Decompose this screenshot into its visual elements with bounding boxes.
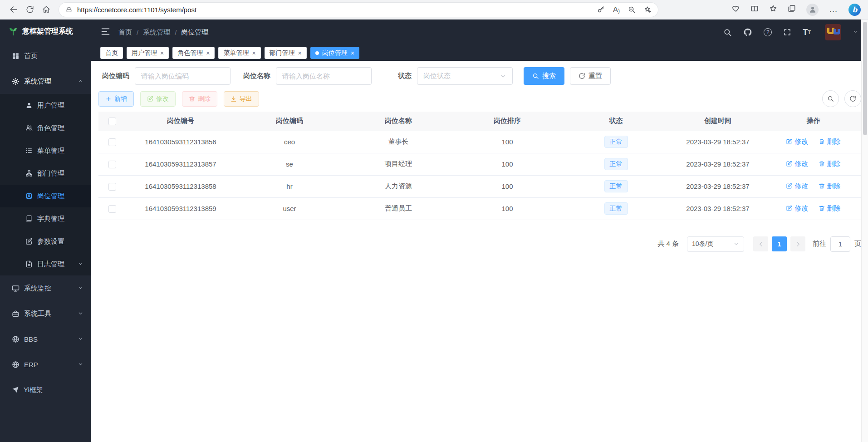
sidebar-item-system-tools[interactable]: 系统工具 (0, 301, 91, 326)
cell-post-name: 董事长 (344, 131, 453, 153)
table-row: 1641030593112313858 hr 人力资源 100 正常 2023-… (98, 175, 861, 197)
status-badge: 正常 (604, 180, 628, 192)
select-all-checkbox[interactable] (108, 118, 116, 125)
page-scrollbar[interactable] (861, 20, 868, 442)
favorite-add-star-icon[interactable] (644, 6, 652, 14)
tab-label: 用户管理 (132, 49, 157, 57)
fullscreen-icon[interactable] (783, 28, 791, 36)
sidebar-item-user-management[interactable]: 用户管理 (0, 94, 91, 117)
post-name-label: 岗位名称 (240, 72, 270, 80)
collections-icon[interactable] (788, 5, 796, 15)
sidebar-item-menu-management[interactable]: 菜单管理 (0, 139, 91, 162)
header-search-icon[interactable] (723, 28, 732, 37)
post-code-input[interactable] (135, 67, 230, 85)
edit-button[interactable]: 修改 (140, 91, 176, 107)
next-page-button[interactable] (790, 236, 805, 251)
post-code-label: 岗位编码 (98, 72, 129, 80)
sidebar-item-bbs[interactable]: BBS (0, 326, 91, 352)
search-button[interactable]: 搜索 (524, 67, 564, 85)
row-checkbox[interactable] (108, 183, 116, 191)
tab-close-icon[interactable]: × (206, 50, 210, 56)
row-edit-link[interactable]: 修改 (786, 160, 808, 168)
page-number-1[interactable]: 1 (772, 236, 787, 251)
sidebar-item-post-management[interactable]: 岗位管理 (0, 185, 91, 207)
page-size-select[interactable]: 10条/页 (687, 236, 744, 252)
chevron-down-icon (733, 241, 739, 247)
address-bar[interactable]: https://ccnetcore.com:1101/system/post A… (59, 3, 658, 17)
row-edit-link[interactable]: 修改 (786, 204, 808, 213)
row-delete-link[interactable]: 删除 (819, 160, 841, 168)
prev-page-button[interactable] (753, 236, 768, 251)
font-size-icon[interactable]: TT (803, 28, 811, 36)
row-checkbox[interactable] (108, 205, 116, 213)
refresh-button[interactable] (22, 2, 38, 17)
row-delete-link[interactable]: 删除 (819, 182, 841, 191)
row-delete-link[interactable]: 删除 (819, 138, 841, 146)
cell-post-id: 1641030593112313857 (126, 153, 235, 175)
sidebar-item-dictionary-management[interactable]: 字典管理 (0, 207, 91, 230)
profile-avatar[interactable] (806, 4, 819, 16)
goto-page-input[interactable] (830, 236, 850, 252)
status-select[interactable]: 岗位状态 (417, 67, 513, 85)
tab-close-icon[interactable]: × (252, 50, 255, 56)
show-search-toggle-button[interactable] (822, 90, 839, 107)
settings-menu-icon[interactable]: … (829, 5, 838, 15)
tab-close-icon[interactable]: × (160, 50, 164, 56)
cell-post-name: 项目经理 (344, 153, 453, 175)
user-avatar[interactable] (825, 24, 841, 40)
help-icon[interactable]: ? (764, 28, 772, 36)
sidebar-item-role-management[interactable]: 角色管理 (0, 117, 91, 139)
tab-close-icon[interactable]: × (298, 50, 302, 56)
site-info-lock-icon[interactable] (65, 6, 73, 13)
read-aloud-icon[interactable]: A) (613, 6, 620, 14)
bing-copilot-icon[interactable]: b (848, 4, 861, 16)
tab-post-management[interactable]: 岗位管理 × (310, 47, 359, 59)
tab-home[interactable]: 首页 (100, 47, 123, 59)
tab-role-management[interactable]: 角色管理 × (172, 47, 215, 59)
column-actions: 操作 (765, 112, 861, 131)
export-button[interactable]: 导出 (224, 91, 259, 107)
tab-user-management[interactable]: 用户管理 × (127, 47, 169, 59)
row-checkbox[interactable] (108, 138, 116, 146)
avatar-caret-down-icon[interactable] (853, 28, 858, 36)
add-button[interactable]: 新增 (98, 91, 134, 107)
tab-menu-management[interactable]: 菜单管理 × (218, 47, 260, 59)
back-button[interactable] (5, 2, 22, 17)
reset-refresh-icon (579, 73, 585, 79)
delete-button[interactable]: 删除 (182, 91, 217, 107)
tab-department-management[interactable]: 部门管理 × (265, 47, 307, 59)
favorites-star-icon[interactable] (769, 5, 777, 15)
sidebar-item-label: Yi框架 (24, 386, 43, 394)
row-checkbox[interactable] (108, 161, 116, 168)
sidebar-item-department-management[interactable]: 部门管理 (0, 162, 91, 185)
split-screen-icon[interactable] (750, 5, 759, 15)
sidebar-item-home[interactable]: 首页 (0, 43, 91, 69)
reset-button[interactable]: 重置 (570, 67, 611, 85)
password-key-icon[interactable] (597, 6, 605, 14)
sidebar-item-system-management[interactable]: 系统管理 (0, 69, 91, 94)
scrollbar-thumb[interactable] (863, 22, 867, 135)
row-delete-link[interactable]: 删除 (819, 204, 841, 213)
app-title: 意框架管理系统 (22, 27, 73, 36)
tab-close-icon[interactable]: × (351, 50, 354, 56)
breadcrumb-system[interactable]: 系统管理 (143, 28, 170, 37)
github-icon[interactable] (743, 28, 752, 37)
refresh-table-button[interactable] (844, 90, 861, 107)
paper-plane-icon (12, 386, 19, 393)
sidebar-item-log-management[interactable]: 日志管理 (0, 253, 91, 275)
main-area: 首页 / 系统管理 / 岗位管理 ? TT (91, 20, 868, 442)
zoom-out-icon[interactable] (628, 6, 636, 14)
page-unit-label: 页 (854, 240, 861, 248)
edit-icon (786, 161, 792, 167)
breadcrumb-home[interactable]: 首页 (118, 28, 132, 37)
browser-essentials-icon[interactable] (732, 5, 740, 15)
post-name-input[interactable] (276, 67, 372, 85)
row-edit-link[interactable]: 修改 (786, 182, 808, 191)
row-edit-link[interactable]: 修改 (786, 138, 808, 146)
home-button[interactable] (38, 2, 54, 17)
sidebar-item-system-monitoring[interactable]: 系统监控 (0, 275, 91, 301)
sidebar-item-parameter-settings[interactable]: 参数设置 (0, 230, 91, 253)
sidebar-item-yi-framework[interactable]: Yi框架 (0, 377, 91, 403)
sidebar-toggle-icon[interactable] (101, 27, 110, 38)
sidebar-item-erp[interactable]: ERP (0, 352, 91, 377)
